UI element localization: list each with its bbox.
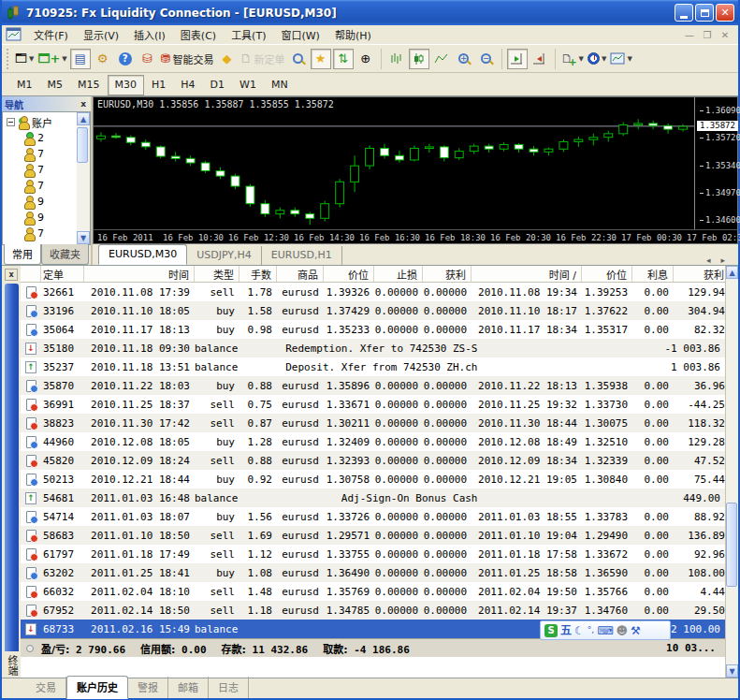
- history-row[interactable]: ↓351802010.11.18 09:30balanceRedemption.…: [21, 339, 725, 357]
- scroll-thumb[interactable]: [77, 127, 88, 163]
- auto-scroll-button[interactable]: [507, 49, 528, 69]
- menu-item-w[interactable]: 窗口(W): [273, 28, 326, 44]
- timeframe-m15[interactable]: M15: [70, 75, 108, 95]
- sogou-logo-icon[interactable]: S: [544, 624, 558, 637]
- account-item[interactable]: 9: [7, 194, 77, 210]
- mdi-restore-icon[interactable]: ❐: [700, 30, 715, 40]
- timeframe-m1[interactable]: M1: [9, 75, 40, 95]
- history-row[interactable]: 502132010.12.21 18:44buy0.92eurusd1.3075…: [21, 470, 725, 489]
- menu-item-c[interactable]: 图表(C): [173, 28, 224, 44]
- new-chart-button[interactable]: 🗔▼: [14, 49, 35, 69]
- line-chart-button[interactable]: [431, 49, 452, 69]
- chart-system-icon[interactable]: [6, 27, 22, 42]
- templates-button[interactable]: ▼: [609, 49, 632, 69]
- profiles-button[interactable]: 🗔+▼: [36, 49, 67, 69]
- timeframe-mn[interactable]: MN: [264, 75, 296, 95]
- history-row[interactable]: 547142011.01.03 18:07buy1.56eurusd1.3372…: [21, 507, 725, 526]
- terminal-close-icon[interactable]: x: [5, 269, 18, 281]
- chart-tab-eurusdh1[interactable]: EURUSD,H1: [262, 246, 342, 265]
- scroll-down-icon[interactable]: ▼: [77, 231, 90, 244]
- terminal-tab-日志[interactable]: 日志: [209, 677, 249, 698]
- settings-wrench-icon[interactable]: ⚒: [631, 625, 641, 636]
- navigator-close-icon[interactable]: x: [79, 99, 88, 109]
- account-item[interactable]: 7: [7, 162, 77, 178]
- mdi-close-icon[interactable]: ✕: [718, 30, 733, 40]
- history-row[interactable]: 326612010.11.08 17:39sell1.78eurusd1.393…: [21, 283, 725, 301]
- close-button[interactable]: ✕: [716, 4, 734, 22]
- auto-trading-button[interactable]: ⇅: [333, 49, 354, 69]
- history-row[interactable]: 458202010.12.09 18:24sell0.88eurusd1.323…: [21, 451, 725, 470]
- timeframe-h4[interactable]: H4: [173, 75, 202, 95]
- menu-item-v[interactable]: 显示(V): [76, 28, 126, 44]
- new-order-button[interactable]: 🗋新定单: [239, 49, 286, 69]
- account-item[interactable]: 2: [7, 130, 77, 146]
- indicators-button[interactable]: 🗋+▼: [560, 49, 585, 69]
- moon-mode-icon[interactable]: ☾: [574, 625, 585, 636]
- account-item[interactable]: 7: [7, 178, 77, 194]
- scroll-track[interactable]: [77, 125, 90, 231]
- history-row[interactable]: 679522011.02.14 18:50sell1.18eurusd1.347…: [21, 601, 725, 620]
- scroll-up-icon[interactable]: ▲: [77, 112, 90, 125]
- crosshair-button[interactable]: ⊕: [355, 49, 376, 69]
- data-window-button[interactable]: ⚙: [93, 49, 113, 69]
- history-row[interactable]: 369912010.11.25 18:37sell0.75eurusd1.336…: [21, 395, 725, 414]
- menu-item-i[interactable]: 插入(I): [126, 28, 173, 44]
- tree-root-accounts[interactable]: 账户: [7, 114, 77, 130]
- scroll-thumb[interactable]: [726, 503, 737, 587]
- chart-tab-scroll-arrows[interactable]: ◂ ▸: [706, 255, 738, 265]
- history-row[interactable]: 350642010.11.17 18:13buy0.98eurusd1.3523…: [21, 320, 725, 339]
- menu-item-h[interactable]: 帮助(H): [327, 28, 379, 44]
- tab-favorites[interactable]: 收藏夹: [41, 244, 89, 265]
- favorites-button[interactable]: ★: [311, 49, 331, 69]
- expert-advisors-button[interactable]: ⛃智能交易: [160, 49, 215, 69]
- mdi-minimize-icon[interactable]: —: [682, 30, 697, 40]
- menu-item-f[interactable]: 文件(F): [26, 28, 76, 44]
- history-row[interactable]: 632022011.01.25 18:41buy1.08eurusd1.3649…: [21, 563, 725, 582]
- soft-keyboard-icon[interactable]: ⌨: [597, 625, 613, 636]
- terminal-tab-警报[interactable]: 警报: [128, 677, 168, 698]
- timeframe-m5[interactable]: M5: [40, 75, 71, 95]
- history-row[interactable]: ↑352372010.11.18 13:51balanceDeposit. Xf…: [21, 357, 725, 376]
- chart-shift-button[interactable]: [530, 49, 550, 69]
- minimize-button[interactable]: [675, 4, 693, 22]
- history-row[interactable]: 388232010.11.30 17:42sell0.87eurusd1.302…: [21, 414, 725, 432]
- zoom-out-button[interactable]: −: [476, 49, 497, 69]
- navigator-button[interactable]: ?: [115, 49, 136, 69]
- restore-button[interactable]: [695, 4, 714, 22]
- bar-chart-button[interactable]: [386, 49, 407, 69]
- scroll-track[interactable]: [726, 279, 738, 664]
- navigator-scrollbar[interactable]: ▲ ▼: [77, 112, 90, 244]
- tab-common[interactable]: 常用: [4, 244, 41, 265]
- account-item[interactable]: 9: [7, 210, 77, 226]
- price-axis[interactable]: 1.360901.357201.353401.349701.346001.358…: [694, 97, 737, 229]
- history-row[interactable]: 331962010.11.10 18:05buy1.58eurusd1.3742…: [21, 301, 725, 320]
- history-row[interactable]: 586832011.01.10 18:50sell1.69eurusd1.295…: [21, 526, 725, 545]
- terminal-tab-邮箱[interactable]: 邮箱: [168, 677, 209, 698]
- collapse-icon[interactable]: [7, 118, 15, 126]
- zoom-in-button[interactable]: +: [454, 49, 474, 69]
- history-scrollbar[interactable]: ▲ ▼: [725, 266, 738, 678]
- terminal-button[interactable]: ⛁: [138, 49, 158, 69]
- history-row[interactable]: 660322011.02.04 18:10sell1.48eurusd1.357…: [21, 582, 725, 601]
- options-button[interactable]: ◆: [217, 49, 238, 69]
- wubi-mode-icon[interactable]: 五: [560, 625, 572, 636]
- scroll-down-icon[interactable]: ▼: [726, 664, 738, 678]
- history-row[interactable]: ↑546812011.01.03 16:48balanceAdj-Sign-On…: [21, 489, 725, 507]
- chart-tab-eurusdm30[interactable]: EURUSD,M30: [98, 244, 187, 265]
- timeframe-h1[interactable]: H1: [144, 75, 173, 95]
- account-item[interactable]: 7: [7, 146, 77, 162]
- history-row[interactable]: 449602010.12.08 18:05buy1.28eurusd1.3240…: [21, 432, 725, 451]
- timeframe-w1[interactable]: W1: [232, 75, 264, 95]
- account-item[interactable]: 7: [7, 226, 77, 241]
- terminal-tab-交易[interactable]: 交易: [26, 677, 66, 698]
- timeframe-d1[interactable]: D1: [203, 75, 232, 95]
- history-row[interactable]: 358702010.11.22 18:03buy0.88eurusd1.3589…: [21, 376, 725, 395]
- terminal-tab-账户历史[interactable]: 账户历史: [66, 676, 128, 699]
- menu-item-t[interactable]: 工具(T): [224, 28, 273, 44]
- strategy-tester-button[interactable]: [288, 49, 309, 69]
- terminal-title-strip[interactable]: [5, 284, 19, 651]
- user-profile-icon[interactable]: ☻: [616, 625, 628, 636]
- timeframe-m30[interactable]: M30: [108, 75, 145, 95]
- scroll-up-icon[interactable]: ▲: [726, 266, 738, 279]
- market-watch-button[interactable]: ▤: [70, 49, 91, 69]
